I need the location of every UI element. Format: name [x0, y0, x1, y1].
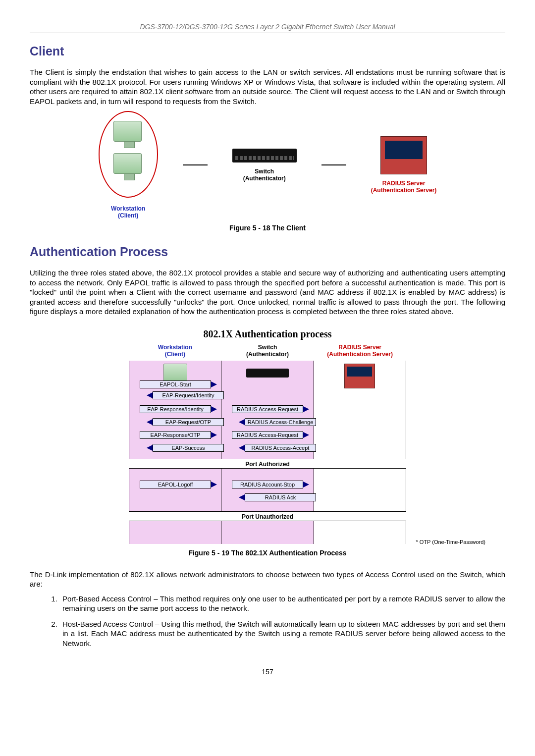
- radius-sublabel: (Authentication Server): [371, 187, 437, 194]
- workstation-sublabel: (Client): [99, 212, 158, 219]
- client-heading: Client: [30, 44, 505, 58]
- access-control-list: Port-Based Access Control – This method …: [45, 594, 505, 648]
- msg-eap-request-identity: EAP-Request/Identity: [140, 391, 224, 399]
- sw-header: Switch: [258, 344, 277, 351]
- list-item-host-based: Host-Based Access Control – Using this m…: [59, 619, 505, 648]
- manual-header: DGS-3700-12/DGS-3700-12G Series Layer 2 …: [30, 23, 505, 33]
- figure-5-18: Workstation (Client) Switch (Authenticat…: [30, 111, 505, 219]
- workstation-icon: [163, 364, 187, 381]
- workstation-icon: [113, 121, 142, 142]
- connector-line: [183, 164, 208, 165]
- msg-radius-access-request-2: RADIUS Access-Request: [232, 431, 316, 439]
- auth-process-heading: Authentication Process: [30, 245, 505, 259]
- page-number: 157: [30, 668, 505, 676]
- figure-5-19-title: 802.1X Authentication process: [30, 328, 505, 340]
- rs-header: RADIUS Server: [338, 344, 381, 351]
- msg-radius-account-stop: RADIUS Account-Stop: [232, 481, 316, 488]
- radius-server-icon: [380, 136, 427, 174]
- rs-subheader: (Authentication Server): [327, 351, 393, 358]
- list-item-port-based: Port-Based Access Control – This method …: [59, 594, 505, 613]
- figure-5-19-caption: Figure 5 - 19 The 802.1X Authentication …: [30, 549, 505, 557]
- msg-eapol-start: EAPOL-Start: [140, 380, 224, 388]
- auth-process-paragraph: Utilizing the three roles stated above, …: [30, 268, 505, 317]
- msg-radius-access-accept: RADIUS Access-Accept: [232, 444, 316, 452]
- radius-server-icon: [344, 364, 375, 388]
- switch-icon: [246, 369, 289, 378]
- msg-eap-response-identity: EAP-Response/Identity: [140, 405, 224, 413]
- switch-label: Switch: [232, 168, 297, 175]
- connector-line: [321, 164, 346, 165]
- port-unauthorized-separator: Port Unauthorized: [129, 511, 406, 521]
- port-authorized-separator: Port Authorized: [129, 459, 406, 469]
- switch-icon: [232, 149, 297, 162]
- client-paragraph: The Client is simply the endstation that…: [30, 67, 505, 106]
- msg-radius-access-challenge: RADIUS Access-Challenge: [232, 418, 316, 426]
- msg-eap-success: EAP-Success: [140, 444, 224, 452]
- figure-5-18-caption: Figure 5 - 18 The Client: [30, 224, 505, 232]
- ws-subheader: (Client): [165, 351, 185, 358]
- ws-header: Workstation: [158, 344, 192, 351]
- implementation-paragraph: The D-Link implementation of 802.1X allo…: [30, 570, 505, 589]
- msg-eap-response-otp: EAP-Response/OTP: [140, 431, 224, 439]
- msg-eap-request-otp: EAP-Request/OTP: [140, 418, 224, 426]
- msg-radius-access-request-1: RADIUS Access-Request: [232, 405, 316, 413]
- msg-radius-ack: RADIUS Ack: [232, 493, 316, 501]
- figure-5-19: Workstation (Client) Switch (Authenticat…: [129, 343, 406, 544]
- workstation-icon: [113, 153, 142, 174]
- otp-footnote: * OTP (One-Time-Password): [416, 539, 485, 545]
- workstation-label: Workstation: [99, 205, 158, 212]
- msg-eapol-logoff: EAPOL-Logoff: [140, 481, 224, 488]
- document-page: DGS-3700-12/DGS-3700-12G Series Layer 2 …: [0, 0, 535, 756]
- radius-label: RADIUS Server: [371, 180, 437, 187]
- sw-subheader: (Authenticator): [246, 351, 289, 358]
- switch-sublabel: (Authenticator): [232, 175, 297, 182]
